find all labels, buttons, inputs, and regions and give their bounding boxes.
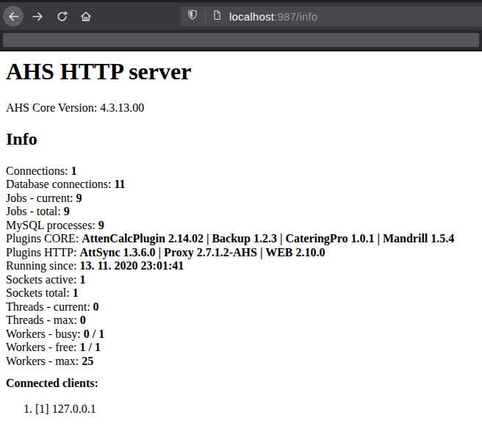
browser-toolbar: localhost:987/info <box>0 2 482 30</box>
stat-label: Running since: <box>6 259 76 272</box>
stat-value: 1 / 1 <box>79 341 100 353</box>
stat-line-threads-max: Threads - max: 0 <box>6 314 476 328</box>
back-button[interactable] <box>3 6 24 26</box>
stat-value: 0 <box>93 300 99 313</box>
stat-line-workers-max: Workers - max: 25 <box>6 355 476 369</box>
home-icon <box>79 10 93 23</box>
client-list-item: [1] 127.0.0.1 <box>35 402 476 416</box>
stat-line-plugins-core: Plugins CORE: AttenCalcPlugin 2.14.02 | … <box>6 232 476 246</box>
core-version-value: 4.3.13.00 <box>100 101 144 114</box>
stat-label: Plugins CORE: <box>6 232 79 245</box>
home-button[interactable] <box>76 6 96 26</box>
stat-value: 13. 11. 2020 23:01:41 <box>79 259 184 272</box>
stat-line-mysql-processes: MySQL processes: 9 <box>6 219 476 233</box>
shield-icon[interactable] <box>187 9 198 24</box>
stat-line-jobs-current: Jobs - current: 9 <box>6 192 476 206</box>
stat-line-workers-free: Workers - free: 1 / 1 <box>6 341 476 355</box>
page-content: AHS HTTP server AHS Core Version: 4.3.13… <box>0 51 482 448</box>
stat-label: Database connections: <box>6 178 112 190</box>
page-title: AHS HTTP server <box>6 58 476 85</box>
section-title-info: Info <box>6 129 476 150</box>
server-stats: Connections: 1 Database connections: 11 … <box>6 165 476 369</box>
stat-label: Sockets total: <box>6 286 70 299</box>
stat-line-threads-current: Threads - current: 0 <box>6 300 476 314</box>
stat-line-jobs-total: Jobs - total: 9 <box>6 205 476 219</box>
stat-value: 1 <box>71 165 76 177</box>
forward-button[interactable] <box>27 6 48 26</box>
stat-value: 9 <box>76 192 82 204</box>
reload-button[interactable] <box>51 6 72 26</box>
stat-line-workers-busy: Workers - busy: 0 / 1 <box>6 328 476 342</box>
stat-label: Workers - busy: <box>6 328 81 340</box>
stat-value: AttenCalcPlugin 2.14.02 | Backup 1.2.3 |… <box>82 232 454 245</box>
core-version-label: AHS Core Version: <box>6 101 97 114</box>
stat-label: Jobs - total: <box>6 205 61 217</box>
stat-label: Jobs - current: <box>6 192 73 204</box>
stat-line-running-since: Running since: 13. 11. 2020 23:01:41 <box>6 259 476 273</box>
url-host: localhost <box>229 10 274 23</box>
stat-value: 1 <box>79 273 85 286</box>
stat-value: 1 <box>73 286 79 299</box>
stat-value: 0 <box>80 314 86 326</box>
forward-icon <box>32 10 44 23</box>
connected-clients-list: [1] 127.0.0.1 <box>6 402 476 416</box>
urlbar-separator <box>205 10 206 23</box>
back-icon <box>7 10 20 23</box>
stat-value: 9 <box>98 219 104 231</box>
url-bar[interactable]: localhost:987/info <box>181 7 482 26</box>
stat-value: AttSync 1.3.6.0 | Proxy 2.7.1.2-AHS | WE… <box>79 246 325 259</box>
url-text[interactable]: localhost:987/info <box>229 10 317 23</box>
reload-icon <box>56 10 68 23</box>
bookmarks-toolbar <box>3 33 479 47</box>
connected-clients-heading: Connected clients: <box>6 377 476 390</box>
stat-label: Threads - current: <box>6 300 90 313</box>
stat-label: Plugins HTTP: <box>6 246 76 259</box>
secondary-toolbar-area <box>0 30 482 51</box>
stat-value: 9 <box>64 205 70 217</box>
url-path: :987/info <box>274 10 317 23</box>
page-icon[interactable] <box>212 10 223 24</box>
core-version-line: AHS Core Version: 4.3.13.00 <box>6 101 476 115</box>
stat-line-sockets-total: Sockets total: 1 <box>6 286 476 300</box>
stat-label: Workers - free: <box>6 341 76 353</box>
stat-line-connections: Connections: 1 <box>6 165 476 178</box>
stat-value: 25 <box>82 355 93 367</box>
stat-value: 11 <box>115 178 126 190</box>
stat-line-database-connections: Database connections: 11 <box>6 178 476 192</box>
stat-line-sockets-active: Sockets active: 1 <box>6 273 476 287</box>
stat-label: MySQL processes: <box>6 219 96 231</box>
stat-label: Sockets active: <box>6 273 76 286</box>
stat-line-plugins-http: Plugins HTTP: AttSync 1.3.6.0 | Proxy 2.… <box>6 246 476 260</box>
stat-label: Workers - max: <box>6 355 79 367</box>
stat-label: Connections: <box>6 165 68 177</box>
stat-label: Threads - max: <box>6 314 77 326</box>
stat-value: 0 / 1 <box>84 328 104 340</box>
